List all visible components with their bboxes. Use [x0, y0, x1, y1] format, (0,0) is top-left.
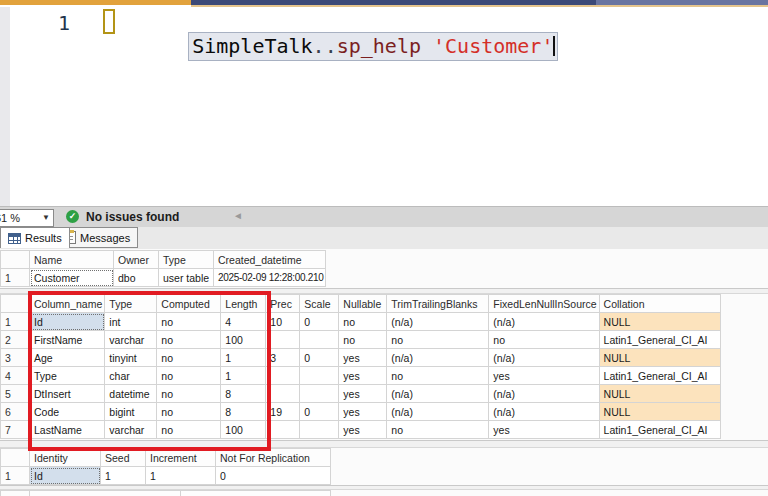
- cell[interactable]: LastName: [30, 421, 105, 439]
- cell[interactable]: 8: [221, 403, 266, 421]
- cell[interactable]: tinyint: [105, 349, 157, 367]
- cell[interactable]: no: [157, 421, 221, 439]
- cell[interactable]: int: [105, 313, 157, 331]
- cell[interactable]: no: [157, 403, 221, 421]
- cell[interactable]: [266, 367, 300, 385]
- cell[interactable]: 100: [221, 331, 266, 349]
- query-editor[interactable]: 1 SimpleTalk..sp_help 'Customer': [0, 7, 768, 206]
- cell[interactable]: Type: [30, 367, 105, 385]
- cell[interactable]: no: [339, 331, 387, 349]
- column-header[interactable]: Scale: [300, 295, 339, 313]
- cell[interactable]: 1: [146, 467, 216, 485]
- column-header[interactable]: FixedLenNullInSource: [489, 295, 599, 313]
- cell[interactable]: DtInsert: [30, 385, 105, 403]
- cell[interactable]: Latin1_General_CI_AI: [599, 421, 720, 439]
- cell[interactable]: 2025-02-09 12:28:00.210: [214, 269, 326, 287]
- cell[interactable]: varchar: [105, 331, 157, 349]
- corner-cell[interactable]: [1, 295, 30, 313]
- column-header[interactable]: Not For Replication: [216, 449, 331, 467]
- cell[interactable]: 19: [266, 403, 300, 421]
- tab-results[interactable]: Results: [0, 227, 70, 248]
- column-header[interactable]: RowGuidCol: [30, 491, 181, 496]
- cell[interactable]: NULL: [599, 313, 720, 331]
- cell[interactable]: (n/a): [387, 385, 489, 403]
- column-header[interactable]: Computed: [157, 295, 221, 313]
- cell[interactable]: yes: [339, 349, 387, 367]
- row-number[interactable]: 4: [1, 367, 30, 385]
- cell[interactable]: bigint: [105, 403, 157, 421]
- cell[interactable]: 0: [300, 313, 339, 331]
- cell[interactable]: no: [489, 331, 599, 349]
- cell[interactable]: 4: [221, 313, 266, 331]
- column-header[interactable]: Type: [105, 295, 157, 313]
- cell[interactable]: [300, 331, 339, 349]
- cell[interactable]: 1: [101, 467, 146, 485]
- cell[interactable]: (n/a): [489, 385, 599, 403]
- cell[interactable]: no: [157, 385, 221, 403]
- splitter-collapse-icon[interactable]: ◄: [233, 210, 243, 221]
- cell[interactable]: yes: [339, 367, 387, 385]
- cell[interactable]: [300, 367, 339, 385]
- cell[interactable]: Code: [30, 403, 105, 421]
- column-header[interactable]: Created_datetime: [214, 251, 326, 269]
- cell[interactable]: datetime: [105, 385, 157, 403]
- cell[interactable]: yes: [489, 367, 599, 385]
- cell[interactable]: NULL: [599, 403, 720, 421]
- column-header[interactable]: Type: [159, 251, 214, 269]
- cell[interactable]: 8: [221, 385, 266, 403]
- cell[interactable]: NULL: [599, 349, 720, 367]
- cell[interactable]: 0: [216, 467, 331, 485]
- cell[interactable]: char: [105, 367, 157, 385]
- cell[interactable]: FirstName: [30, 331, 105, 349]
- cell[interactable]: yes: [489, 421, 599, 439]
- column-header[interactable]: Length: [221, 295, 266, 313]
- cell[interactable]: [266, 385, 300, 403]
- cell[interactable]: 1: [221, 349, 266, 367]
- cell[interactable]: [266, 421, 300, 439]
- row-number[interactable]: 1: [1, 313, 30, 331]
- cell[interactable]: no: [339, 313, 387, 331]
- cell[interactable]: 0: [300, 349, 339, 367]
- cell[interactable]: user table: [159, 269, 214, 287]
- cell[interactable]: [266, 331, 300, 349]
- corner-cell[interactable]: [1, 491, 30, 496]
- cell[interactable]: no: [157, 331, 221, 349]
- cell[interactable]: varchar: [105, 421, 157, 439]
- cell[interactable]: yes: [339, 403, 387, 421]
- column-header[interactable]: Name: [30, 251, 114, 269]
- sql-statement-line[interactable]: SimpleTalk..sp_help 'Customer': [140, 8, 558, 85]
- column-header[interactable]: Column_name: [30, 295, 105, 313]
- cell[interactable]: NULL: [599, 385, 720, 403]
- column-header[interactable]: Seed: [101, 449, 146, 467]
- cell[interactable]: yes: [339, 421, 387, 439]
- column-header[interactable]: Prec: [266, 295, 300, 313]
- cell[interactable]: (n/a): [387, 349, 489, 367]
- cell[interactable]: 1: [221, 367, 266, 385]
- row-number[interactable]: 1: [1, 269, 30, 287]
- corner-cell[interactable]: [1, 251, 30, 269]
- column-header[interactable]: Nullable: [339, 295, 387, 313]
- column-header[interactable]: Owner: [114, 251, 159, 269]
- column-header[interactable]: [181, 491, 331, 496]
- cell[interactable]: 3: [266, 349, 300, 367]
- cell[interactable]: Age: [30, 349, 105, 367]
- column-header[interactable]: TrimTrailingBlanks: [387, 295, 489, 313]
- cell[interactable]: (n/a): [387, 403, 489, 421]
- row-number[interactable]: 6: [1, 403, 30, 421]
- cell[interactable]: (n/a): [489, 349, 599, 367]
- cell[interactable]: no: [387, 331, 489, 349]
- corner-cell[interactable]: [1, 449, 30, 467]
- cell[interactable]: Id: [30, 313, 105, 331]
- row-number[interactable]: 1: [1, 467, 30, 485]
- cell[interactable]: (n/a): [489, 403, 599, 421]
- cell[interactable]: no: [157, 367, 221, 385]
- row-number[interactable]: 5: [1, 385, 30, 403]
- zoom-level-dropdown[interactable]: 61 % ▼: [0, 209, 54, 227]
- column-header[interactable]: Increment: [146, 449, 216, 467]
- cell[interactable]: no: [157, 313, 221, 331]
- cell[interactable]: [300, 385, 339, 403]
- row-number[interactable]: 3: [1, 349, 30, 367]
- column-header[interactable]: Collation: [599, 295, 720, 313]
- row-number[interactable]: 7: [1, 421, 30, 439]
- cell[interactable]: 100: [221, 421, 266, 439]
